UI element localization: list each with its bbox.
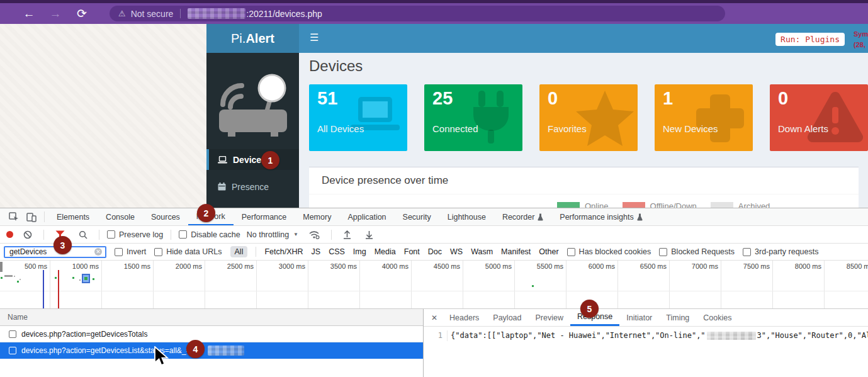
waterfall-dot (17, 281, 19, 283)
url-bar[interactable]: ⚠ Not secure :20211/devices.php (110, 6, 725, 21)
tab-initiator[interactable]: Initiator (619, 309, 659, 326)
tab-timing[interactable]: Timing (659, 309, 696, 326)
card-value: 25 (432, 88, 453, 109)
checkbox[interactable] (9, 330, 16, 338)
invert-checkbox[interactable]: Invert (115, 247, 146, 256)
plus-icon (690, 88, 750, 151)
timeline-tick: 4500 ms (412, 261, 463, 308)
tab-lighthouse[interactable]: Lighthouse (439, 208, 494, 225)
filter-type-doc[interactable]: Doc (428, 247, 442, 256)
waterfall-dot (55, 277, 57, 279)
has-blocked-cookies-checkbox[interactable]: Has blocked cookies (567, 247, 651, 256)
filter-type-fetch-xhr[interactable]: Fetch/XHR (264, 247, 303, 256)
sidebar-item-label: Presence (232, 182, 269, 192)
close-icon[interactable]: ✕ (426, 309, 442, 326)
legend-label: Archived (738, 201, 770, 208)
card-down-alerts[interactable]: 0 Down Alerts (770, 84, 868, 151)
network-overview-timeline[interactable]: 500 ms 1000 ms 1500 ms 2000 ms 2500 ms 3… (0, 261, 868, 309)
record-button[interactable] (6, 231, 13, 238)
card-new-devices[interactable]: 1 New Devices (655, 84, 753, 151)
timeline-tick: 7000 ms (670, 261, 721, 308)
tab-memory[interactable]: Memory (295, 208, 339, 225)
filter-type-other[interactable]: Other (539, 247, 558, 256)
disable-cache-checkbox[interactable]: Disable cache (179, 230, 240, 239)
import-har-icon[interactable] (339, 230, 355, 239)
tab-security[interactable]: Security (395, 208, 439, 225)
reload-button[interactable]: ⟳ (74, 6, 89, 21)
filter-type-wasm[interactable]: Wasm (471, 247, 493, 256)
legend-label: Offline/Down (650, 201, 697, 208)
tab-application[interactable]: Application (339, 208, 394, 225)
tab-headers[interactable]: Headers (442, 309, 486, 326)
checkbox (659, 248, 667, 256)
filter-input[interactable] (8, 247, 93, 257)
card-favorites[interactable]: 0 Favorites (539, 84, 638, 151)
app-header: ☰ Run: Plugins Sym(28, (299, 24, 868, 53)
filter-type-js[interactable]: JS (312, 247, 321, 256)
card-all-devices[interactable]: 51 All Devices (309, 84, 407, 151)
filter-type-all[interactable]: All (230, 246, 248, 257)
tab-preview[interactable]: Preview (529, 309, 570, 326)
tab-recorder[interactable]: Recorder (494, 208, 551, 225)
header-right-text: Sym(28, (854, 29, 868, 50)
filter-type-css[interactable]: CSS (329, 247, 345, 256)
network-conditions-icon[interactable] (305, 230, 324, 239)
export-har-icon[interactable] (361, 230, 377, 239)
hide-data-urls-checkbox[interactable]: Hide data URLs (154, 247, 222, 256)
request-name: devices.php?action=getDevicesTotals (21, 330, 147, 339)
clear-filter-icon[interactable]: ✕ (94, 248, 102, 256)
waterfall-dot (1, 277, 3, 279)
app-logo[interactable]: Pi.Alert (206, 24, 299, 53)
divider (331, 230, 332, 240)
device-toolbar-icon[interactable] (23, 208, 40, 225)
divider (44, 211, 45, 222)
tab-payload[interactable]: Payload (486, 309, 528, 326)
run-plugins-button[interactable]: Run: Plugins (775, 33, 845, 46)
filter-type-font[interactable]: Font (404, 247, 420, 256)
waterfall-dot (532, 285, 534, 287)
sidebar-toggle-icon[interactable]: ☰ (310, 31, 318, 43)
filter-type-img[interactable]: Img (353, 247, 366, 256)
tab-performance[interactable]: Performance (234, 208, 295, 225)
inspect-element-icon[interactable] (5, 208, 23, 225)
request-row-get-devices-totals[interactable]: devices.php?action=getDevicesTotals (0, 326, 423, 342)
tab-elements[interactable]: Elements (48, 208, 98, 225)
page-title: Devices (309, 57, 363, 75)
forward-button[interactable]: → (48, 7, 63, 21)
tab-cookies[interactable]: Cookies (696, 309, 738, 326)
filter-type-ws[interactable]: WS (450, 247, 463, 256)
card-connected[interactable]: 25 Connected (424, 84, 522, 151)
preserve-log-checkbox[interactable]: Preserve log (107, 230, 163, 239)
response-body[interactable]: 1 {"data":[["laptop","Net - Huawei","Int… (424, 327, 868, 341)
clear-icon[interactable] (20, 230, 36, 239)
search-icon[interactable] (75, 230, 91, 239)
network-split-view: Name devices.php?action=getDevicesTotals… (0, 309, 868, 377)
experiment-flask-icon (637, 213, 643, 221)
back-button[interactable]: ← (21, 7, 37, 21)
blocked-requests-checkbox[interactable]: Blocked Requests (659, 247, 735, 256)
network-toolbar: Preserve log Disable cache No throttling… (0, 226, 868, 244)
tab-performance-insights[interactable]: Performance insights (551, 208, 650, 225)
timeline-tick: 8000 ms (773, 261, 825, 308)
request-row-get-devices-list[interactable]: devices.php?action=getDevicesList&status… (0, 342, 423, 359)
selected-request-marker (82, 274, 90, 283)
checkbox (107, 230, 115, 239)
throttling-select[interactable]: No throttling▼ (247, 230, 298, 239)
load-event-line (58, 270, 59, 309)
request-table-header[interactable]: Name (0, 309, 423, 326)
checkbox[interactable] (9, 347, 16, 354)
waterfall-dot (72, 277, 74, 279)
third-party-requests-checkbox[interactable]: 3rd-party requests (743, 247, 818, 256)
not-secure-icon: ⚠ (118, 9, 126, 18)
sidebar: Devices Presence (206, 53, 299, 208)
sidebar-item-presence[interactable]: Presence (206, 176, 299, 197)
warning-icon (805, 88, 865, 149)
filter-type-media[interactable]: Media (375, 247, 396, 256)
tab-console[interactable]: Console (98, 208, 143, 225)
tab-sources[interactable]: Sources (143, 208, 188, 225)
step-annotation-2: 2 (197, 204, 215, 222)
sidebar-item-devices[interactable]: Devices (206, 149, 299, 170)
detail-tabbar: ✕ Headers Payload Preview Response Initi… (424, 309, 868, 327)
divider (99, 230, 99, 240)
filter-type-manifest[interactable]: Manifest (501, 247, 531, 256)
